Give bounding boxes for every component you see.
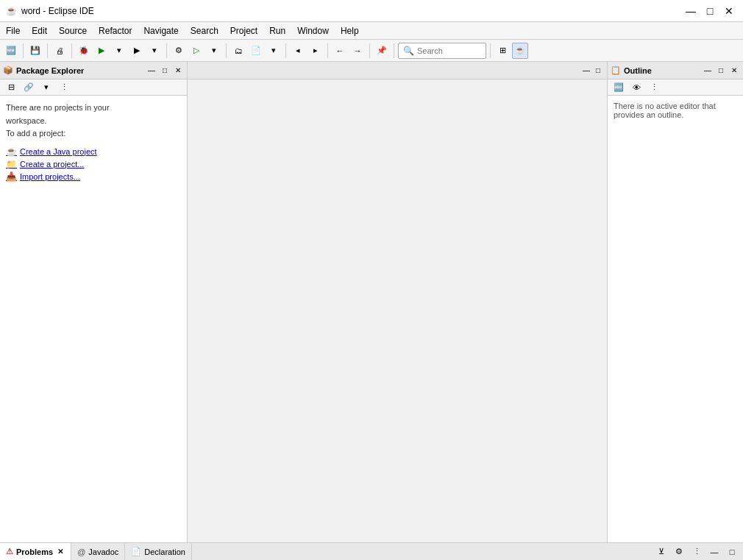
package-explorer-maximize[interactable]: □ [159, 65, 171, 77]
menu-run[interactable]: Run [263, 22, 291, 39]
outline-controls: — □ ✕ [702, 65, 740, 77]
toolbar: 🆕 💾 🖨 🐞 ▶ ▾ ▶ ▾ ⚙ ▷ ▾ 🗂 📄 ▾ ◂ ▸ ← → 📌 🔍 … [0, 40, 743, 62]
create-project-link[interactable]: 📁 Create a project... [6, 159, 181, 169]
collapse-all-button[interactable]: ⊟ [3, 79, 19, 96]
outline-content: There is no active editor that provides … [608, 96, 743, 125]
editor-minimize[interactable]: — [580, 65, 592, 77]
outline-minimize[interactable]: — [702, 65, 714, 77]
view-menu-button[interactable]: ▾ [38, 79, 54, 96]
bottom-maximize[interactable]: □ [724, 544, 740, 560]
toolbar-sep-1 [23, 43, 24, 58]
search-input[interactable] [417, 46, 476, 55]
coverage-button[interactable]: ▶ [129, 43, 145, 59]
package-explorer-close[interactable]: ✕ [172, 65, 184, 77]
no-projects-message: There are no projects in yourworkspace.T… [6, 102, 181, 141]
bottom-tabs: ⚠ Problems ✕ @ Javadoc 📄 Declaration [0, 543, 192, 560]
toolbar-sep-4 [166, 43, 167, 58]
import-projects-label: Import projects... [20, 172, 80, 181]
toolbar-sep-6 [285, 43, 286, 58]
java-persp-button[interactable]: ☕ [512, 43, 528, 59]
outline-menu-button[interactable]: ⋮ [646, 79, 662, 96]
package-explorer-minimize[interactable]: — [146, 65, 157, 77]
menu-refactor[interactable]: Refactor [93, 22, 138, 39]
title-left: ☕ word - Eclipse IDE [6, 6, 94, 16]
save-button[interactable]: 💾 [27, 43, 43, 59]
filter-button[interactable]: ⊻ [653, 544, 669, 560]
run-button[interactable]: ▶ [93, 43, 110, 59]
package-explorer-title-area: 📦 Package Explorer [3, 65, 84, 75]
maximize-button[interactable]: □ [702, 3, 718, 19]
editor-area: — □ [188, 62, 607, 542]
problems-icon: ⚠ [6, 547, 13, 556]
tab-problems-label: Problems [16, 547, 53, 556]
menu-navigate[interactable]: Navigate [138, 22, 184, 39]
import-icon: 📥 [6, 171, 17, 182]
title-controls: — □ ✕ [683, 3, 737, 19]
bottom-panel: ⚠ Problems ✕ @ Javadoc 📄 Declaration ⊻ ⚙… [0, 542, 743, 560]
app-icon: ☕ [6, 6, 17, 16]
editor-maximize[interactable]: □ [592, 65, 604, 77]
toolbar-sep-2 [47, 43, 48, 58]
open-resource-button[interactable]: 📄 [248, 43, 264, 59]
package-explorer-content: There are no projects in yourworkspace.T… [0, 96, 187, 542]
main-layout: 📦 Package Explorer — □ ✕ ⊟ 🔗 ▾ ⋮ There a… [0, 62, 743, 542]
more-options-button[interactable]: ⋮ [56, 79, 72, 96]
toolbar-sep-5 [226, 43, 227, 58]
print-button[interactable]: 🖨 [51, 43, 68, 59]
sort-button[interactable]: 🔤 [611, 79, 627, 96]
menu-window[interactable]: Window [291, 22, 335, 39]
search-icon: 🔍 [403, 46, 414, 56]
tab-declaration-label: Declaration [144, 547, 185, 556]
ant-dropdown[interactable]: ▾ [206, 43, 222, 59]
new-button[interactable]: 🆕 [3, 43, 19, 59]
ant-button[interactable]: ⚙ [171, 43, 187, 59]
menu-edit[interactable]: Edit [26, 22, 53, 39]
menu-help[interactable]: Help [335, 22, 365, 39]
outline-maximize[interactable]: □ [715, 65, 727, 77]
outline-no-editor-message: There is no active editor that provides … [614, 102, 716, 119]
tab-problems[interactable]: ⚠ Problems ✕ [0, 543, 71, 560]
hide-fields-button[interactable]: 👁 [628, 79, 644, 96]
package-explorer-panel: 📦 Package Explorer — □ ✕ ⊟ 🔗 ▾ ⋮ There a… [0, 62, 188, 542]
project-icon: 📁 [6, 159, 17, 169]
toolbar-sep-3 [71, 43, 72, 58]
tab-declaration[interactable]: 📄 Declaration [125, 543, 192, 560]
tab-problems-close[interactable]: ✕ [56, 547, 65, 556]
package-explorer-toolbar: ⊟ 🔗 ▾ ⋮ [0, 79, 187, 96]
link-editor-button[interactable]: 🔗 [21, 79, 37, 96]
ant-run-button[interactable]: ▷ [188, 43, 205, 59]
menu-project[interactable]: Project [224, 22, 263, 39]
search-box: 🔍 [398, 43, 486, 59]
create-java-project-link[interactable]: ☕ Create a Java project [6, 146, 181, 157]
package-explorer-title: Package Explorer [16, 66, 84, 75]
toolbar-sep-10 [490, 43, 491, 58]
menu-source[interactable]: Source [53, 22, 93, 39]
debug-button[interactable]: 🐞 [76, 43, 92, 59]
coverage-dropdown[interactable]: ▾ [146, 43, 163, 59]
minimize-button[interactable]: — [683, 3, 699, 19]
perspectives-button[interactable]: ⊞ [494, 43, 511, 59]
close-button[interactable]: ✕ [721, 3, 737, 19]
bottom-minimize[interactable]: — [706, 544, 722, 560]
bottom-more-button[interactable]: ⋮ [689, 544, 705, 560]
package-explorer-header: 📦 Package Explorer — □ ✕ [0, 62, 187, 79]
tab-javadoc[interactable]: @ Javadoc [71, 543, 125, 560]
import-projects-link[interactable]: 📥 Import projects... [6, 171, 181, 182]
run-dropdown[interactable]: ▾ [111, 43, 127, 59]
menu-file[interactable]: File [0, 22, 26, 39]
forward-button[interactable]: → [349, 43, 366, 59]
pin-button[interactable]: 📌 [374, 43, 390, 59]
create-project-label: Create a project... [20, 160, 84, 169]
open-type-button[interactable]: 🗂 [230, 43, 246, 59]
next-edit-button[interactable]: ▸ [307, 43, 324, 59]
open-resource-dropdown[interactable]: ▾ [266, 43, 282, 59]
bottom-panel-header: ⚠ Problems ✕ @ Javadoc 📄 Declaration ⊻ ⚙… [0, 543, 743, 560]
declaration-icon: 📄 [131, 547, 141, 556]
configure-button[interactable]: ⚙ [671, 544, 687, 560]
bottom-panel-controls: ⊻ ⚙ ⋮ — □ [650, 544, 743, 560]
back-button[interactable]: ← [332, 43, 348, 59]
outline-close[interactable]: ✕ [728, 65, 740, 77]
prev-edit-button[interactable]: ◂ [290, 43, 306, 59]
create-java-project-label: Create a Java project [20, 147, 97, 156]
menu-search[interactable]: Search [185, 22, 224, 39]
